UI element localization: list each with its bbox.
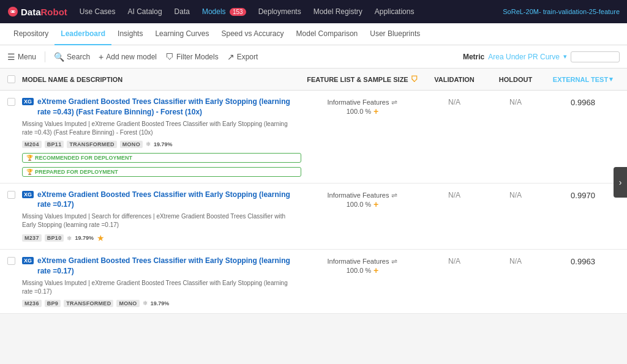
tag-m236: M236 (22, 300, 42, 307)
sub-navigation: Repository Leaderboard Insights Learning… (0, 23, 627, 45)
row-checkbox-3[interactable] (7, 256, 22, 265)
xg-badge-2: XG (22, 191, 34, 198)
pct-1: 19.79% (154, 141, 173, 147)
row-validation-3: N/A (424, 256, 485, 266)
search-label: Search (67, 53, 90, 61)
logo[interactable]: DataRobot (7, 6, 67, 17)
row-external-2: 0.9970 (546, 190, 620, 200)
menu-button[interactable]: ☰ Menu (7, 52, 36, 62)
model-title-2[interactable]: eXtreme Gradient Boosted Trees Classifie… (37, 190, 301, 210)
scroll-right-button[interactable]: › (614, 167, 627, 198)
metric-search-input[interactable] (571, 51, 620, 62)
tune-icon-1[interactable]: ⇌ (391, 98, 397, 106)
row-select-2[interactable] (7, 191, 15, 199)
filter-button[interactable]: ⛉ Filter Models (165, 52, 219, 62)
model-title-1[interactable]: eXtreme Gradient Boosted Trees Classifie… (37, 97, 301, 117)
row-holdout-2: N/A (485, 190, 546, 199)
table-row: XG eXtreme Gradient Boosted Trees Classi… (0, 250, 627, 314)
feature-pct-1: 100.0 % (347, 108, 371, 115)
filter-icon-header[interactable]: ⛉ (411, 75, 418, 84)
filter-label: Filter Models (176, 53, 219, 61)
nav-applications[interactable]: Applications (374, 5, 416, 18)
nav-model-registry[interactable]: Model Registry (312, 5, 364, 18)
subnav-user-blueprints[interactable]: User Blueprints (364, 23, 426, 45)
deploy-badges-1: 🏆 RECOMMENDED FOR DEPLOYMENT 🏆 PREPARED … (22, 150, 301, 177)
search-icon: 🔍 (54, 52, 64, 62)
toolbar: ☰ Menu 🔍 Search + Add new model ⛉ Filter… (0, 45, 627, 69)
row-holdout-3: N/A (485, 256, 546, 266)
tag-m237: M237 (22, 234, 42, 242)
row-select-1[interactable] (7, 98, 15, 106)
nav-ai-catalog[interactable]: AI Catalog (127, 5, 163, 18)
subnav-insights[interactable]: Insights (111, 23, 149, 45)
tag-mono: MONO (120, 141, 143, 148)
feature-label-text-1: Informative Features (328, 98, 389, 106)
snowflake-icon-3: ❄ (143, 300, 148, 306)
row-external-3: 0.9963 (546, 256, 620, 266)
logo-data: Data (21, 7, 41, 17)
row-holdout-1: N/A (485, 97, 546, 106)
select-all-checkbox[interactable] (7, 75, 15, 83)
nav-deployments[interactable]: Deployments (257, 5, 302, 18)
row-feature-3: Informative Features ⇌ 100.0 % + (301, 256, 424, 275)
model-title-3[interactable]: eXtreme Gradient Boosted Trees Classifie… (37, 256, 301, 277)
logo-robot: Robot (41, 7, 67, 17)
add-feature-icon-3[interactable]: + (374, 266, 378, 275)
subnav-model-comparison[interactable]: Model Comparison (290, 23, 364, 45)
feature-label-text-2: Informative Features (328, 191, 389, 199)
project-title: SoReL-20M- train-validation-25-feature (503, 8, 620, 15)
add-feature-icon-2[interactable]: + (374, 199, 378, 209)
model-tags-2: M237 BP10 ❄ 19.79% ★ (22, 233, 301, 243)
row-checkbox-2[interactable] (7, 190, 22, 199)
subnav-learning-curves[interactable]: Learning Curves (149, 23, 215, 45)
metric-chevron-icon[interactable]: ▾ (563, 53, 567, 61)
metric-label: Metric (463, 53, 484, 61)
tag-transformed-3: TRANSFORMED (64, 300, 113, 307)
search-button[interactable]: 🔍 Search (54, 52, 90, 62)
subnav-leaderboard[interactable]: Leaderboard (54, 23, 111, 45)
model-tags-3: M236 BP9 TRANSFORMED MONO ❄ 19.79% (22, 300, 301, 307)
add-feature-icon-1[interactable]: + (374, 106, 378, 116)
feature-pct-2: 100.0 % (347, 201, 371, 208)
tune-icon-2[interactable]: ⇌ (391, 191, 397, 199)
nav-models[interactable]: Models 153 (201, 5, 247, 18)
add-model-button[interactable]: + Add new model (99, 52, 157, 62)
snowflake-icon-1: ❄ (146, 141, 151, 147)
row-validation-1: N/A (424, 97, 485, 106)
feature-list-header-text: Feature List & Sample Size (307, 76, 408, 83)
xg-badge-1: XG (22, 98, 34, 105)
subnav-repository[interactable]: Repository (7, 23, 54, 45)
pct-2: 19.79% (75, 235, 94, 241)
filter-icon: ⛉ (165, 52, 174, 62)
nav-data[interactable]: Data (173, 5, 191, 18)
col-holdout: Holdout (485, 76, 546, 83)
row-external-1: 0.9968 (546, 97, 620, 107)
row-select-3[interactable] (7, 257, 15, 265)
subnav-speed-accuracy[interactable]: Speed vs Accuracy (215, 23, 290, 45)
nav-use-cases[interactable]: Use Cases (78, 5, 117, 18)
pct-3: 19.79% (151, 300, 170, 306)
tag-bp10: BP10 (45, 234, 64, 242)
tune-icon-3[interactable]: ⇌ (391, 257, 397, 266)
row-checkbox-1[interactable] (7, 97, 22, 106)
row-validation-2: N/A (424, 190, 485, 199)
menu-icon: ☰ (7, 52, 15, 62)
tag-bp9: BP9 (45, 300, 61, 307)
row-main-1: XG eXtreme Gradient Boosted Trees Classi… (22, 97, 301, 177)
model-desc-2: Missing Values Imputed | Search for diff… (22, 212, 298, 229)
row-feature-1: Informative Features ⇌ 100.0 % + (301, 97, 424, 116)
trophy-icon-1b: 🏆 (26, 169, 33, 175)
model-desc-1: Missing Values Imputed | eXtreme Gradien… (22, 120, 298, 137)
external-test-chevron-icon[interactable]: ▾ (609, 75, 613, 83)
tag-mono-3: MONO (116, 300, 139, 307)
external-test-header-text: External test (553, 76, 608, 83)
menu-label: Menu (18, 53, 36, 61)
star-icon-2[interactable]: ★ (97, 233, 105, 243)
model-desc-3: Missing Values Imputed | eXtreme Gradien… (22, 279, 298, 296)
tag-m204: M204 (22, 141, 42, 148)
metric-value-dropdown[interactable]: Area Under PR Curve (488, 53, 560, 61)
table-header: Model Name & Description Feature List & … (0, 69, 627, 91)
nav-items: Use Cases AI Catalog Data Models 153 Dep… (78, 5, 503, 18)
export-button[interactable]: ↗ Export (227, 52, 258, 62)
col-external-test: External test ▾ (546, 75, 620, 83)
